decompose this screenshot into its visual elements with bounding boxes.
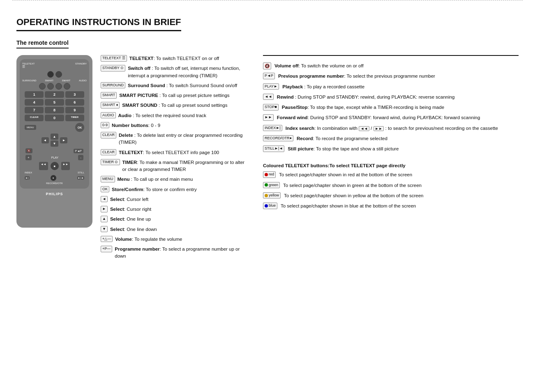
remote-btn-2[interactable]: 2 bbox=[45, 91, 64, 98]
btn-volume: +△— bbox=[101, 236, 113, 242]
remote-ok-btn[interactable]: OK bbox=[75, 123, 84, 132]
instr-programme: +P— Programme number: To select a progra… bbox=[101, 246, 247, 260]
right-instructions-list: 🔇 Volume off: To switch the volume on or… bbox=[263, 62, 519, 152]
remote-standby-label: STANDBY bbox=[75, 62, 87, 65]
teletext-section-title: Coloured TELETEXT buttons:To select TELE… bbox=[263, 163, 519, 168]
remote-left-btn[interactable]: ◄ bbox=[42, 137, 49, 143]
remote-up-down-center: ▲ ▼ bbox=[51, 134, 59, 147]
btn-ok: OK bbox=[101, 186, 109, 193]
instr-volume: +△— Volume: To regulate the volume bbox=[101, 236, 247, 243]
remote-btn-8[interactable]: 8 bbox=[45, 107, 64, 113]
remote-stop-row: INDEX STILL bbox=[25, 171, 84, 174]
btn-teletext-blue: blue bbox=[263, 203, 277, 209]
instr-still-text: Still picture: To stop the tape and show… bbox=[288, 145, 519, 152]
remote-smart2-btn[interactable] bbox=[55, 83, 62, 90]
remote-right-btn[interactable]: ► bbox=[60, 137, 67, 143]
remote-teletext-btn[interactable] bbox=[47, 71, 54, 78]
instr-index: INDEX►| Index search: In combination wit… bbox=[263, 125, 519, 132]
remote-menu-btn[interactable]: MENU bbox=[25, 125, 36, 130]
instr-volume-text: Volume: To regulate the volume bbox=[115, 236, 247, 243]
instr-cursor-right: ► Select: Cursor right bbox=[101, 206, 247, 213]
remote-inner: TELETEXT☰ STANDBY SURROUNDSMARTSMARTAUDI… bbox=[20, 59, 89, 189]
remote-menu-ok-area: MENU OK bbox=[25, 123, 84, 132]
remote-btn-0[interactable]: 0 bbox=[45, 115, 64, 121]
instr-record-text: Record: To record the programme selected bbox=[297, 135, 519, 142]
btn-clear-delete: CLEAR bbox=[101, 132, 116, 138]
left-column: TELETEXT☰ STANDBY SURROUNDSMARTSMARTAUDI… bbox=[16, 55, 247, 263]
instr-index-text: Index search: In combination with ◄◄ / ►… bbox=[286, 125, 519, 132]
remote-play-label: PLAY bbox=[51, 156, 58, 159]
instr-ok: OK Store/Confirm: To store or confirm en… bbox=[101, 186, 247, 193]
btn-standby: STANDBY ⊙ bbox=[101, 65, 125, 71]
btn-smart: SMART bbox=[101, 92, 117, 99]
remote-btn-clear[interactable]: CLEAR bbox=[25, 115, 44, 121]
remote-btn-timer[interactable]: TIMER bbox=[65, 115, 84, 121]
btn-stop: STOP■ bbox=[263, 104, 279, 111]
instr-vol-off: 🔇 Volume off: To switch the volume on or… bbox=[263, 62, 519, 69]
right-column: 🔇 Volume off: To switch the volume on or… bbox=[263, 55, 519, 263]
remote-vol-icon-btn[interactable]: 🔇 bbox=[25, 148, 32, 153]
remote-smart1-btn[interactable] bbox=[47, 83, 54, 90]
remote-stop-btn[interactable]: ■ bbox=[51, 162, 59, 170]
btn-prev-prog: P◄P bbox=[263, 73, 275, 79]
remote-btn-1[interactable]: 1 bbox=[25, 91, 44, 98]
remote-number-grid: 1 2 3 4 5 6 7 8 9 CLEAR 0 TIMER bbox=[25, 91, 84, 121]
teletext-red: red To select page/chapter shown in red … bbox=[263, 171, 519, 178]
top-dotted-border bbox=[12, 0, 523, 9]
page-content: OPERATING INSTRUCTIONS IN BRIEF The remo… bbox=[0, 9, 535, 279]
remote-audio-btn[interactable] bbox=[64, 83, 70, 90]
remote-rewind-btn[interactable]: ◄◄ bbox=[39, 162, 48, 170]
remote-btn-7[interactable]: 7 bbox=[25, 107, 44, 113]
btn-teletext: TELETEXT ☰ bbox=[101, 55, 127, 62]
remote-btn-5[interactable]: 5 bbox=[45, 99, 64, 106]
remote-top-btn-row bbox=[22, 71, 87, 78]
btn-programme: +P— bbox=[101, 246, 112, 252]
instr-prev-prog-text: Previous programme number: To select the… bbox=[278, 73, 519, 80]
btn-index: INDEX►| bbox=[263, 125, 282, 131]
remote-standby-btn[interactable] bbox=[55, 71, 62, 78]
instr-standby: STANDBY ⊙ Switch off : To switch off set… bbox=[101, 65, 247, 79]
instr-surround-text: Surround Sound : To switch Surround Soun… bbox=[128, 82, 247, 89]
instr-ok-text: Store/Confirm: To store or confirm entry bbox=[112, 186, 247, 193]
remote-record-label: RECORD/OTR bbox=[22, 182, 87, 184]
remote-vol-row: 🔇 P◄P bbox=[25, 148, 83, 153]
remote-btn-6[interactable]: 6 bbox=[65, 99, 84, 106]
remote-down-btn[interactable]: ▼ bbox=[51, 141, 59, 147]
instr-rewind-text: Rewind : During STOP and STANDBY: rewind… bbox=[277, 94, 519, 101]
teletext-red-text: To select page/chapter shown in red at t… bbox=[279, 171, 519, 178]
btn-teletext-red: red bbox=[263, 171, 276, 178]
instr-smart-sound-text: SMART SOUND : To call up preset sound se… bbox=[122, 102, 247, 109]
remote-still-btn[interactable]: ►|◄ bbox=[77, 176, 84, 180]
btn-surround: SURROUND bbox=[101, 82, 125, 89]
remote-btn-4[interactable]: 4 bbox=[25, 99, 44, 106]
instr-still: STILL►|◄ Still picture: To stop the tape… bbox=[263, 145, 519, 152]
remote-record-circle[interactable]: ● bbox=[51, 175, 56, 181]
remote-row-labels: SURROUNDSMARTSMARTAUDIO bbox=[22, 79, 87, 82]
two-column-layout: TELETEXT☰ STANDBY SURROUNDSMARTSMARTAUDI… bbox=[16, 55, 519, 263]
remote-pp-btn[interactable]: P◄P bbox=[74, 149, 83, 153]
remote-bottom-row: ►| ● ►|◄ bbox=[25, 175, 84, 181]
teletext-green-text: To select page/chapter shown in green at… bbox=[283, 182, 519, 189]
instr-smart-picture-text: SMART PICTURE : To call up preset pictur… bbox=[119, 92, 247, 99]
remote-top-section: TELETEXT☰ STANDBY bbox=[22, 62, 87, 69]
main-title: OPERATING INSTRUCTIONS IN BRIEF bbox=[16, 17, 181, 31]
remote-ff-btn[interactable]: ►► bbox=[61, 162, 70, 170]
remote-up-btn[interactable]: ▲ bbox=[51, 134, 59, 140]
remote-vol-minus-btn[interactable]: - bbox=[78, 155, 83, 160]
instr-timer: TIMER ⊙ TIMER: To make a manual TIMER pr… bbox=[101, 159, 247, 173]
remote-surround-btn[interactable] bbox=[39, 83, 46, 90]
remote-btn-3[interactable]: 3 bbox=[65, 91, 84, 98]
dot-green bbox=[265, 183, 268, 187]
remote-vol-plus-btn[interactable]: + bbox=[25, 155, 32, 160]
teletext-color-list: red To select page/chapter shown in red … bbox=[263, 171, 519, 210]
instr-smart-picture: SMART SMART PICTURE : To call up preset … bbox=[101, 92, 247, 99]
instr-forward: ►► Forward wind: During STOP and STANDBY… bbox=[263, 114, 519, 121]
remote-index-btn[interactable]: ►| bbox=[25, 176, 30, 180]
remote-still-label: STILL bbox=[78, 171, 84, 174]
remote-btn-9[interactable]: 9 bbox=[65, 107, 84, 113]
btn-cursor-down: ▼ bbox=[101, 226, 108, 233]
remote-teletext-label: TELETEXT☰ bbox=[22, 62, 35, 69]
teletext-blue-text: To select page/chapter shown in blue at … bbox=[281, 203, 519, 210]
right-col-divider bbox=[263, 55, 519, 56]
instr-teletext: TELETEXT ☰ TELETEXT: To switch TELETEXT … bbox=[101, 55, 247, 62]
